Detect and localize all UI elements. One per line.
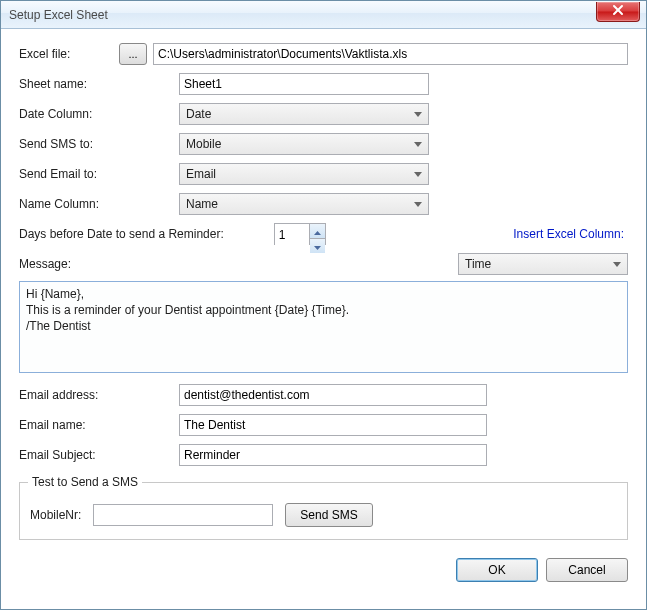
send-sms-to-select[interactable]: Mobile bbox=[179, 133, 429, 155]
message-textarea[interactable] bbox=[19, 281, 628, 373]
label-message: Message: bbox=[19, 257, 458, 271]
label-days-before: Days before Date to send a Reminder: bbox=[19, 227, 224, 241]
cancel-button[interactable]: Cancel bbox=[546, 558, 628, 582]
email-name-input[interactable] bbox=[179, 414, 487, 436]
sheet-name-input[interactable] bbox=[179, 73, 429, 95]
label-mobile-nr: MobileNr: bbox=[30, 508, 81, 522]
date-column-value: Date bbox=[186, 107, 211, 121]
close-button[interactable] bbox=[596, 2, 640, 22]
label-insert-excel-column: Insert Excel Column: bbox=[513, 227, 628, 241]
label-sheet-name: Sheet name: bbox=[19, 77, 179, 91]
label-send-email-to: Send Email to: bbox=[19, 167, 179, 181]
ok-button[interactable]: OK bbox=[456, 558, 538, 582]
close-icon bbox=[612, 4, 624, 19]
titlebar: Setup Excel Sheet bbox=[1, 1, 646, 29]
send-email-to-value: Email bbox=[186, 167, 216, 181]
spinner-down[interactable] bbox=[310, 238, 325, 253]
label-email-address: Email address: bbox=[19, 388, 179, 402]
svg-marker-2 bbox=[314, 231, 321, 235]
label-email-subject: Email Subject: bbox=[19, 448, 179, 462]
email-address-input[interactable] bbox=[179, 384, 487, 406]
send-email-to-select[interactable]: Email bbox=[179, 163, 429, 185]
label-date-column: Date Column: bbox=[19, 107, 179, 121]
mobile-nr-input[interactable] bbox=[93, 504, 273, 526]
days-before-stepper[interactable] bbox=[274, 223, 326, 245]
browse-button[interactable]: ... bbox=[119, 43, 147, 65]
label-excel-file: Excel file: bbox=[19, 47, 119, 61]
excel-file-input[interactable] bbox=[153, 43, 628, 65]
svg-marker-3 bbox=[314, 246, 321, 250]
dialog-window: Setup Excel Sheet Excel file: ... Sheet … bbox=[0, 0, 647, 610]
insert-column-select[interactable]: Time bbox=[458, 253, 628, 275]
name-column-value: Name bbox=[186, 197, 218, 211]
chevron-down-icon bbox=[314, 239, 321, 253]
test-sms-legend: Test to Send a SMS bbox=[28, 475, 142, 489]
days-before-input[interactable] bbox=[275, 224, 309, 246]
email-subject-input[interactable] bbox=[179, 444, 487, 466]
test-sms-fieldset: Test to Send a SMS MobileNr: Send SMS bbox=[19, 482, 628, 540]
send-sms-button[interactable]: Send SMS bbox=[285, 503, 372, 527]
send-sms-to-value: Mobile bbox=[186, 137, 221, 151]
date-column-select[interactable]: Date bbox=[179, 103, 429, 125]
name-column-select[interactable]: Name bbox=[179, 193, 429, 215]
label-name-column: Name Column: bbox=[19, 197, 179, 211]
spinner-up[interactable] bbox=[310, 224, 325, 238]
window-title: Setup Excel Sheet bbox=[9, 8, 108, 22]
insert-column-value: Time bbox=[465, 257, 491, 271]
label-email-name: Email name: bbox=[19, 418, 179, 432]
chevron-up-icon bbox=[314, 224, 321, 238]
label-send-sms-to: Send SMS to: bbox=[19, 137, 179, 151]
